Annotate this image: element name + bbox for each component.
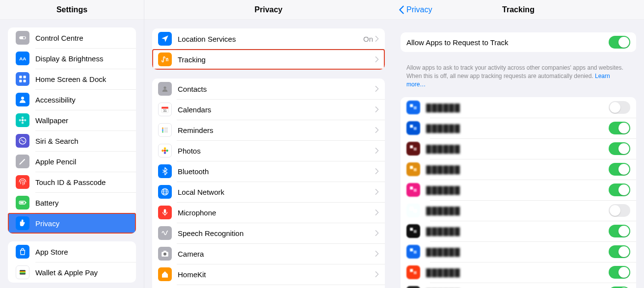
- app-label: ██████: [426, 104, 609, 112]
- row-accessibility[interactable]: Accessibility: [8, 89, 136, 110]
- allow-apps-row[interactable]: Allow Apps to Request to Track: [401, 32, 636, 52]
- row-label: Apple Pencil: [35, 157, 130, 166]
- row-home-screen[interactable]: Home Screen & Dock: [8, 69, 136, 89]
- accessibility-icon: [16, 93, 29, 106]
- row-microphone[interactable]: Microphone: [152, 202, 385, 223]
- svg-rect-44: [414, 106, 417, 109]
- row-homekit[interactable]: HomeKit: [152, 264, 385, 285]
- row-label: Display & Brightness: [35, 54, 130, 63]
- row-reminders[interactable]: Reminders: [152, 120, 385, 140]
- chevron-right-icon: [375, 250, 379, 258]
- microphone-icon: [158, 206, 172, 219]
- row-calendars[interactable]: Calendars: [152, 99, 385, 120]
- app-row[interactable]: ██████: [401, 138, 636, 159]
- row-label: Wallet & Apple Pay: [35, 268, 130, 277]
- location-icon: [158, 32, 172, 46]
- homekit-icon: [158, 267, 172, 281]
- row-photos[interactable]: Photos: [152, 140, 385, 161]
- back-button[interactable]: Privacy: [399, 5, 432, 14]
- row-wallpaper[interactable]: Wallpaper: [8, 110, 136, 131]
- row-label: HomeKit: [178, 270, 375, 279]
- row-camera[interactable]: Camera: [152, 243, 385, 264]
- row-tracking[interactable]: Tracking: [152, 49, 385, 70]
- app-row[interactable]: ██████: [401, 221, 636, 241]
- app-toggle[interactable]: [609, 245, 630, 258]
- app-toggle[interactable]: [609, 266, 630, 279]
- row-touchid[interactable]: Touch ID & Passcode: [8, 172, 136, 192]
- row-wallet[interactable]: Wallet & Apple Pay: [8, 262, 136, 283]
- app-row[interactable]: ██████: [401, 118, 636, 138]
- app-toggle[interactable]: [609, 163, 630, 176]
- chevron-right-icon: [375, 188, 379, 196]
- chevron-right-icon: [375, 35, 379, 43]
- app-icon: [406, 245, 420, 259]
- bluetooth-icon: [158, 164, 172, 178]
- row-appstore[interactable]: App Store: [8, 241, 136, 262]
- chevron-left-icon: [399, 5, 404, 14]
- app-icon: [406, 224, 420, 238]
- app-row[interactable]: ██████: [401, 283, 636, 288]
- row-location[interactable]: Location ServicesOn: [152, 28, 385, 49]
- row-pencil[interactable]: Apple Pencil: [8, 151, 136, 172]
- allow-apps-toggle[interactable]: [609, 36, 630, 49]
- row-bluetooth[interactable]: Bluetooth: [152, 161, 385, 182]
- svg-rect-58: [414, 251, 417, 254]
- row-media[interactable]: Media & Apple Music: [152, 285, 385, 288]
- row-display[interactable]: Display & Brightness: [8, 48, 136, 69]
- app-toggle[interactable]: [609, 225, 630, 237]
- app-toggle[interactable]: [609, 204, 630, 217]
- svg-rect-55: [410, 228, 413, 231]
- app-row[interactable]: ██████: [401, 97, 636, 118]
- localnetwork-icon: [158, 185, 172, 199]
- app-icon: [406, 121, 420, 135]
- display-icon: [16, 52, 29, 65]
- row-label: Microphone: [178, 209, 375, 217]
- chevron-right-icon: [375, 167, 379, 176]
- app-toggle[interactable]: [609, 101, 630, 114]
- chevron-right-icon: [375, 209, 379, 217]
- row-label: Privacy: [35, 219, 130, 228]
- app-row[interactable]: ██████: [401, 200, 636, 221]
- app-icon: [406, 286, 420, 288]
- row-contacts[interactable]: Contacts: [152, 79, 385, 99]
- row-privacy[interactable]: Privacy: [8, 213, 136, 234]
- app-label: ██████: [426, 248, 609, 256]
- app-toggle[interactable]: [609, 122, 630, 134]
- row-label: Bluetooth: [178, 167, 375, 176]
- app-toggle[interactable]: [609, 183, 630, 196]
- svg-rect-53: [410, 208, 413, 210]
- photos-icon: [158, 144, 172, 157]
- row-localnetwork[interactable]: Local Network: [152, 182, 385, 202]
- svg-rect-59: [410, 269, 413, 272]
- privacy-title: Privacy: [255, 5, 283, 14]
- row-label: Home Screen & Dock: [35, 75, 130, 83]
- tracking-title: Tracking: [502, 5, 535, 14]
- svg-rect-51: [410, 187, 413, 190]
- app-icon: [406, 101, 420, 114]
- row-speech[interactable]: Speech Recognition: [152, 223, 385, 243]
- app-row[interactable]: ██████: [401, 159, 636, 180]
- app-row[interactable]: ██████: [401, 262, 636, 283]
- row-battery[interactable]: Battery: [8, 192, 136, 213]
- camera-icon: [158, 247, 172, 261]
- svg-rect-48: [414, 148, 417, 151]
- row-label: Calendars: [178, 105, 375, 114]
- app-icon: [406, 204, 420, 217]
- svg-rect-47: [410, 146, 413, 149]
- svg-rect-60: [414, 271, 417, 274]
- row-label: Siri & Search: [35, 137, 130, 145]
- row-control-centre[interactable]: Control Centre: [8, 27, 136, 48]
- app-icon: [406, 162, 420, 176]
- row-label: Local Network: [178, 188, 375, 196]
- app-toggle[interactable]: [609, 142, 630, 155]
- row-siri[interactable]: Siri & Search: [8, 131, 136, 151]
- reminders-icon: [158, 123, 172, 137]
- app-row[interactable]: ██████: [401, 241, 636, 262]
- app-row[interactable]: ██████: [401, 180, 636, 200]
- touchid-icon: [16, 175, 29, 189]
- tracking-icon: [158, 52, 172, 66]
- appstore-icon: [16, 245, 29, 259]
- svg-rect-46: [414, 127, 417, 130]
- app-icon: [406, 265, 420, 279]
- row-label: Contacts: [178, 85, 375, 93]
